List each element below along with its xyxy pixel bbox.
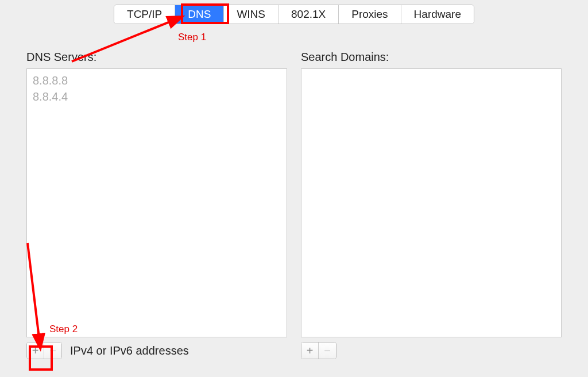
tab-tcpip[interactable]: TCP/IP <box>114 5 175 24</box>
network-settings-window: TCP/IP DNS WINS 802.1X Proxies Hardware … <box>6 0 582 377</box>
dns-server-entry[interactable]: 8.8.8.8 <box>33 72 281 89</box>
dns-footer-hint: IPv4 or IPv6 addresses <box>70 344 189 357</box>
search-domains-list[interactable] <box>301 68 562 337</box>
search-domains-label: Search Domains: <box>301 51 562 64</box>
dns-servers-list[interactable]: 8.8.8.8 8.8.4.4 <box>26 68 287 337</box>
remove-dns-button[interactable]: − <box>44 343 61 359</box>
tab-bar: TCP/IP DNS WINS 802.1X Proxies Hardware <box>6 0 582 24</box>
dns-servers-panel: DNS Servers: 8.8.8.8 8.8.4.4 + − IPv4 or… <box>26 51 287 359</box>
search-domains-panel: Search Domains: + − <box>301 51 562 359</box>
minus-icon: − <box>324 344 331 357</box>
add-search-domain-button[interactable]: + <box>301 343 319 359</box>
search-add-remove-group: + − <box>301 342 336 359</box>
tab-group: TCP/IP DNS WINS 802.1X Proxies Hardware <box>114 5 474 24</box>
dns-footer: + − IPv4 or IPv6 addresses <box>26 342 287 359</box>
dns-add-remove-group: + − <box>26 342 62 359</box>
remove-search-domain-button[interactable]: − <box>319 343 336 359</box>
minus-icon: − <box>49 344 56 357</box>
tab-dns[interactable]: DNS <box>175 5 224 24</box>
content-area: DNS Servers: 8.8.8.8 8.8.4.4 + − IPv4 or… <box>6 24 582 359</box>
search-footer: + − <box>301 342 562 359</box>
dns-servers-label: DNS Servers: <box>26 51 287 64</box>
tab-hardware[interactable]: Hardware <box>401 5 474 24</box>
dns-server-entry[interactable]: 8.8.4.4 <box>33 89 281 105</box>
plus-icon: + <box>307 344 314 357</box>
tab-8021x[interactable]: 802.1X <box>278 5 339 24</box>
add-dns-button[interactable]: + <box>27 343 44 359</box>
plus-icon: + <box>32 344 39 357</box>
tab-proxies[interactable]: Proxies <box>339 5 401 24</box>
tab-wins[interactable]: WINS <box>224 5 278 24</box>
